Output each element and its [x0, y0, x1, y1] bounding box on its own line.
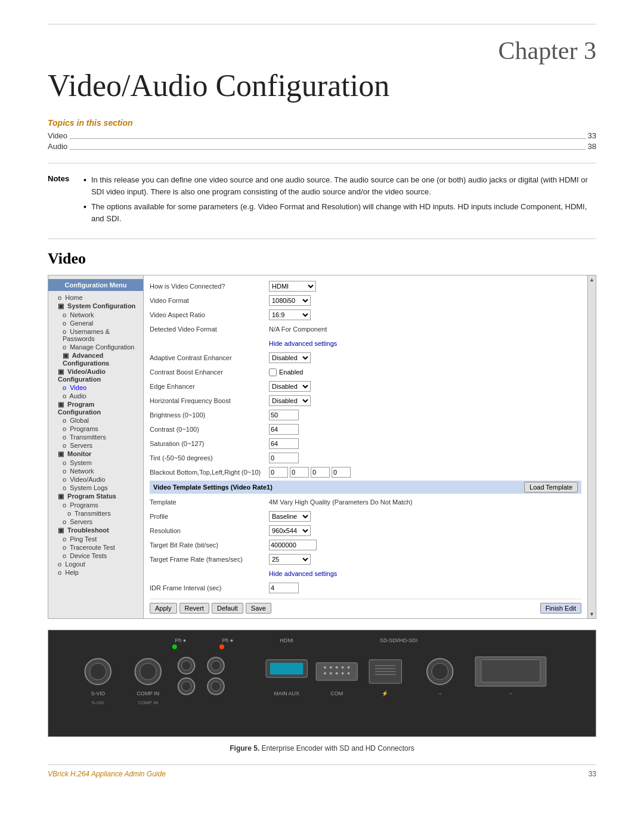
sidebar-item-general[interactable]: o General [48, 319, 143, 327]
sidebar-item-home[interactable]: o Home [48, 293, 143, 302]
sidebar-item-programs[interactable]: o Programs [48, 425, 143, 433]
svg-text:⚡: ⚡ [382, 690, 389, 697]
input-tint[interactable] [269, 453, 299, 463]
select-resolution[interactable]: 960x544 [269, 525, 311, 536]
sidebar-item-video-audio-config[interactable]: ▣ Video/Audio Configuration [48, 367, 143, 383]
config-main: How is Video Connected? HDMI SDI Compone… [144, 275, 587, 618]
sidebar-item-transmitters[interactable]: o Transmitters [48, 433, 143, 441]
toc-label-audio: Audio [48, 142, 67, 151]
footer-right: 33 [589, 770, 596, 778]
sidebar-item-status-transmitters[interactable]: o Transmitters [48, 509, 143, 518]
input-idr[interactable] [269, 583, 299, 593]
row-resolution: Resolution 960x544 [150, 525, 581, 537]
svg-point-27 [336, 666, 338, 668]
input-target-bitrate[interactable] [269, 540, 317, 550]
input-saturation[interactable] [269, 438, 299, 449]
row-template: Template 4M Vary High Quality (Parameter… [150, 496, 581, 508]
input-blackout-bottom[interactable] [269, 467, 288, 478]
select-edge-enhancer[interactable]: Disabled Enabled [269, 381, 311, 392]
save-button[interactable]: Save [246, 603, 271, 614]
sidebar-item-status-servers[interactable]: o Servers [48, 518, 143, 526]
sidebar-item-video[interactable]: o Video [48, 383, 143, 392]
input-blackout-top[interactable] [290, 467, 309, 478]
select-profile[interactable]: Baseline Main High [269, 511, 311, 522]
label-detected-format: Detected Video Format [150, 326, 269, 333]
sidebar-item-traceroute[interactable]: o Traceroute Test [48, 543, 143, 552]
select-how-connected[interactable]: HDMI SDI Component S-Video [269, 281, 316, 292]
svg-point-28 [342, 666, 344, 668]
select-target-framerate[interactable]: 25 30 15 [269, 554, 311, 565]
svg-text:HDMI: HDMI [280, 637, 293, 643]
bottom-rule [48, 764, 596, 765]
svg-text:COMP IN: COMP IN [137, 690, 159, 696]
sidebar-item-monitor-network[interactable]: o Network [48, 467, 143, 475]
sidebar-item-network[interactable]: o Network [48, 311, 143, 319]
load-template-button[interactable]: Load Template [524, 482, 578, 493]
sidebar-item-usernames[interactable]: o Usernames & Passwords [48, 327, 143, 343]
sidebar-item-manage-config[interactable]: o Manage Configuration [48, 343, 143, 351]
sidebar-item-program-status[interactable]: ▣ Program Status [48, 492, 143, 501]
sidebar-header: Configuration Menu [48, 279, 143, 291]
row-saturation: Saturation (0~127) [150, 438, 581, 450]
svg-point-5 [172, 645, 177, 649]
toc-dots-video [70, 138, 586, 139]
sidebar-item-device-tests[interactable]: o Device Tests [48, 552, 143, 560]
select-horiz-freq[interactable]: Disabled Enabled [269, 395, 311, 406]
svg-text:→: → [508, 690, 513, 696]
sidebar-item-troubleshoot[interactable]: ▣ Troubleshoot [48, 526, 143, 535]
sidebar-item-monitor-system[interactable]: o System [48, 459, 143, 467]
scroll-up-arrow[interactable]: ▲ [588, 275, 596, 284]
input-contrast[interactable] [269, 424, 299, 435]
svg-rect-45 [481, 659, 540, 682]
label-horiz-freq: Horizontal Frequency Boost [150, 397, 269, 404]
hardware-svg: Ph ● Ph ● HDMI SD-SDI/HD-SDI S-VID COMP … [48, 630, 596, 736]
svg-text:S-VID: S-VID [92, 700, 104, 705]
input-blackout-left[interactable] [311, 467, 330, 478]
scroll-down-arrow[interactable]: ▼ [588, 610, 596, 618]
row-brightness: Brightness (0~100) [150, 409, 581, 421]
svg-point-21 [182, 682, 191, 691]
bullet-icon-1: • [83, 175, 86, 185]
svg-point-26 [330, 666, 332, 668]
label-how-connected: How is Video Connected? [150, 283, 269, 290]
row-edge-enhancer: Edge Enhancer Disabled Enabled [150, 380, 581, 392]
label-template: Template [150, 498, 269, 506]
svg-text:Ph ●: Ph ● [222, 637, 233, 643]
checkbox-contrast-boost[interactable] [269, 368, 277, 376]
svg-point-32 [336, 672, 338, 674]
sidebar-item-program-config[interactable]: ▣ Program Configuration [48, 400, 143, 416]
sidebar-item-system-logs[interactable]: o System Logs [48, 484, 143, 492]
revert-button[interactable]: Revert [179, 603, 209, 614]
default-button[interactable]: Default [212, 603, 243, 614]
sidebar-item-help[interactable]: o Help [48, 568, 143, 577]
link-hide-advanced-1[interactable]: Hide advanced settings [269, 340, 337, 347]
sidebar-item-servers[interactable]: o Servers [48, 441, 143, 450]
sidebar-item-system-config[interactable]: ▣ System Configuration [48, 302, 143, 311]
value-template: 4M Vary High Quality (Parameters Do Not … [269, 498, 581, 506]
svg-text:S-VID: S-VID [91, 690, 105, 696]
select-video-aspect[interactable]: 16:9 [269, 309, 311, 320]
link-hide-advanced-2[interactable]: Hide advanced settings [269, 570, 337, 577]
select-adaptive-contrast[interactable]: Disabled Enabled [269, 352, 311, 363]
topics-heading: Topics in this section [48, 118, 596, 128]
toc-label-video: Video [48, 131, 67, 140]
svg-point-33 [342, 672, 344, 674]
input-brightness[interactable] [269, 410, 299, 420]
figure-caption: Figure 5. Enterprise Encoder with SD and… [48, 744, 596, 753]
button-group: Apply Revert Default Save Finish Edit [150, 599, 581, 614]
select-video-format[interactable]: 1080i50 [269, 295, 311, 306]
apply-button[interactable]: Apply [150, 603, 177, 614]
sidebar-item-global[interactable]: o Global [48, 416, 143, 425]
scrollbar-right[interactable]: ▲ ▼ [587, 275, 596, 618]
sidebar-item-logout[interactable]: o Logout [48, 560, 143, 568]
sidebar-item-audio[interactable]: o Audio [48, 392, 143, 400]
finish-edit-button[interactable]: Finish Edit [540, 603, 581, 614]
sidebar-item-status-programs[interactable]: o Programs [48, 501, 143, 509]
sidebar-item-monitor-video-audio[interactable]: o Video/Audio [48, 475, 143, 484]
sidebar-item-monitor[interactable]: ▣ Monitor [48, 450, 143, 459]
sidebar-item-ping[interactable]: o Ping Test [48, 535, 143, 543]
sidebar-item-advanced-config[interactable]: ▣ Advanced Configurations [48, 351, 143, 367]
row-video-aspect: Video Aspect Ratio 16:9 [150, 309, 581, 321]
input-blackout-right[interactable] [332, 467, 351, 478]
label-contrast: Contrast (0~100) [150, 426, 269, 433]
